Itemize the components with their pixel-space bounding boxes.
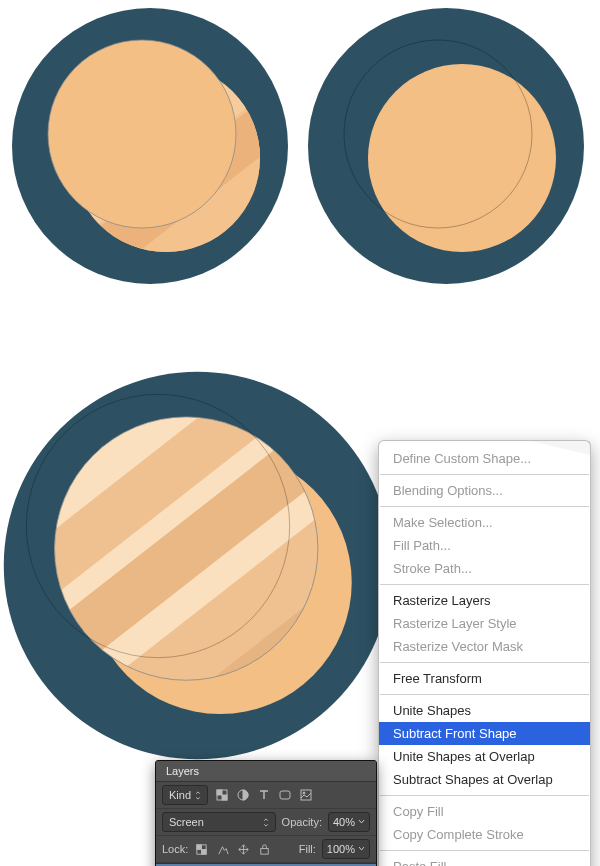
filter-adjust-icon[interactable]: [235, 788, 250, 803]
menu-item-subtract-front-shape[interactable]: Subtract Front Shape: [379, 722, 590, 745]
layer-filter-row: Kind: [156, 782, 376, 809]
menu-item-unite-at-overlap[interactable]: Unite Shapes at Overlap: [379, 745, 590, 768]
menu-item-stroke-path[interactable]: Stroke Path...: [379, 557, 590, 580]
svg-rect-34: [202, 849, 207, 854]
filter-type-icon[interactable]: [256, 788, 271, 803]
path-context-menu[interactable]: Define Custom Shape... Blending Options.…: [378, 440, 591, 866]
filter-smart-icon[interactable]: [298, 788, 313, 803]
lock-image-icon[interactable]: [215, 842, 230, 857]
menu-item-unite-shapes[interactable]: Unite Shapes: [379, 699, 590, 722]
menu-item-paste-fill[interactable]: Paste Fill: [379, 855, 590, 866]
menu-item-free-transform[interactable]: Free Transform: [379, 667, 590, 690]
menu-item-fill-path[interactable]: Fill Path...: [379, 534, 590, 557]
opacity-value-input[interactable]: 40%: [328, 812, 370, 832]
svg-rect-26: [217, 790, 222, 795]
menu-separator: [380, 474, 589, 475]
svg-rect-27: [222, 795, 227, 800]
menu-item-copy-fill[interactable]: Copy Fill: [379, 800, 590, 823]
lock-fill-row: Lock: Fill: 100%: [156, 836, 376, 863]
svg-point-10: [368, 64, 556, 252]
lock-all-icon[interactable]: [257, 842, 272, 857]
blend-opacity-row: Screen Opacity: 40%: [156, 809, 376, 836]
coin-illustration-bottom: [0, 368, 395, 763]
menu-separator: [380, 506, 589, 507]
svg-rect-33: [197, 844, 202, 849]
opacity-label: Opacity:: [282, 816, 322, 828]
menu-item-subtract-at-overlap[interactable]: Subtract Shapes at Overlap: [379, 768, 590, 791]
svg-rect-35: [261, 848, 268, 854]
menu-item-rasterize-vector-mask[interactable]: Rasterize Vector Mask: [379, 635, 590, 658]
layers-tab[interactable]: Layers: [156, 761, 376, 782]
lock-transparent-icon[interactable]: [194, 842, 209, 857]
menu-separator: [380, 694, 589, 695]
svg-rect-29: [280, 791, 290, 799]
lock-position-icon[interactable]: [236, 842, 251, 857]
menu-item-blending-options[interactable]: Blending Options...: [379, 479, 590, 502]
layers-panel[interactable]: Layers Kind Screen Opacity: 40% Lock: Fi…: [155, 760, 377, 866]
menu-separator: [380, 584, 589, 585]
menu-separator: [380, 795, 589, 796]
fill-label: Fill:: [299, 843, 316, 855]
svg-point-31: [303, 792, 305, 794]
menu-item-make-selection[interactable]: Make Selection...: [379, 511, 590, 534]
coin-illustration-top-left: [10, 6, 290, 286]
kind-filter-select[interactable]: Kind: [162, 785, 208, 805]
filter-pixel-icon[interactable]: [214, 788, 229, 803]
filter-shape-icon[interactable]: [277, 788, 292, 803]
coin-illustration-top-right: [306, 6, 586, 286]
menu-separator: [380, 662, 589, 663]
menu-separator: [380, 850, 589, 851]
menu-item-copy-complete-stroke[interactable]: Copy Complete Stroke: [379, 823, 590, 846]
menu-item-rasterize-layers[interactable]: Rasterize Layers: [379, 589, 590, 612]
menu-item-rasterize-layer-style[interactable]: Rasterize Layer Style: [379, 612, 590, 635]
fill-value-input[interactable]: 100%: [322, 839, 370, 859]
svg-point-7: [48, 40, 236, 228]
lock-label: Lock:: [162, 843, 188, 855]
blend-mode-select[interactable]: Screen: [162, 812, 276, 832]
menu-item-define-custom-shape[interactable]: Define Custom Shape...: [379, 447, 590, 470]
